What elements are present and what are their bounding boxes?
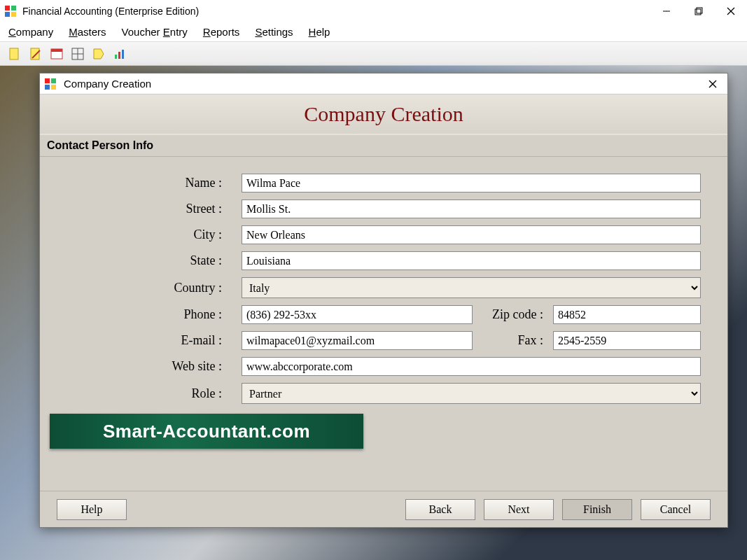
minimize-button[interactable] bbox=[650, 0, 683, 22]
phone-input[interactable] bbox=[242, 305, 473, 324]
svg-rect-18 bbox=[115, 55, 117, 59]
finish-button[interactable]: Finish bbox=[562, 499, 632, 520]
window-title: Financial Accounting (Enterprise Edition… bbox=[22, 6, 199, 17]
tag-icon[interactable] bbox=[91, 46, 106, 62]
cancel-button[interactable]: Cancel bbox=[641, 499, 711, 520]
app-window: Financial Accounting (Enterprise Edition… bbox=[0, 0, 747, 560]
dialog-title: Company Creation bbox=[64, 78, 151, 90]
name-label: Name : bbox=[67, 176, 242, 190]
city-label: City : bbox=[67, 227, 242, 242]
fax-label: Fax : bbox=[473, 333, 553, 348]
state-input[interactable] bbox=[242, 251, 701, 270]
menu-company[interactable]: Company bbox=[8, 26, 53, 38]
city-input[interactable] bbox=[242, 225, 701, 244]
menu-settings[interactable]: Settings bbox=[255, 26, 293, 38]
website-input[interactable] bbox=[242, 357, 701, 376]
svg-rect-23 bbox=[45, 85, 50, 90]
company-creation-dialog: Company Creation Company Creation Contac… bbox=[39, 73, 728, 528]
svg-rect-5 bbox=[695, 9, 701, 15]
state-label: State : bbox=[67, 253, 242, 268]
dialog-title-bar: Company Creation bbox=[40, 74, 727, 94]
maximize-button[interactable] bbox=[683, 0, 715, 22]
svg-rect-6 bbox=[697, 8, 702, 13]
edit-file-icon[interactable] bbox=[28, 46, 43, 62]
window-buttons bbox=[650, 0, 747, 22]
new-file-icon[interactable] bbox=[7, 46, 22, 62]
svg-rect-20 bbox=[122, 50, 124, 59]
country-label: Country : bbox=[67, 281, 242, 295]
svg-rect-21 bbox=[45, 78, 50, 83]
dialog-icon bbox=[44, 78, 57, 90]
menu-bar: Company Masters Voucher Entry Reports Se… bbox=[0, 22, 747, 42]
menu-voucher-entry[interactable]: Voucher Entry bbox=[122, 26, 188, 38]
svg-rect-2 bbox=[5, 12, 10, 17]
phone-label: Phone : bbox=[67, 307, 242, 322]
svg-rect-3 bbox=[11, 12, 16, 17]
svg-rect-22 bbox=[51, 78, 56, 83]
svg-marker-17 bbox=[94, 49, 104, 59]
svg-rect-9 bbox=[10, 48, 18, 59]
toolbar bbox=[0, 42, 747, 66]
website-label: Web site : bbox=[67, 359, 242, 374]
email-input[interactable] bbox=[242, 331, 473, 350]
country-select[interactable]: Italy bbox=[242, 277, 701, 298]
button-bar: Help Back Next Finish Cancel bbox=[40, 491, 727, 527]
app-icon bbox=[4, 5, 17, 18]
menu-masters[interactable]: Masters bbox=[69, 26, 106, 38]
name-input[interactable] bbox=[242, 174, 701, 192]
dialog-close-button[interactable] bbox=[698, 74, 727, 94]
zip-input[interactable] bbox=[553, 305, 701, 324]
grid-icon[interactable] bbox=[70, 46, 85, 62]
next-button[interactable]: Next bbox=[484, 499, 554, 520]
svg-rect-19 bbox=[118, 52, 120, 59]
svg-rect-1 bbox=[11, 6, 16, 10]
role-label: Role : bbox=[67, 386, 242, 401]
street-label: Street : bbox=[67, 202, 242, 216]
svg-rect-24 bbox=[51, 85, 56, 90]
help-button[interactable]: Help bbox=[57, 499, 127, 520]
menu-reports[interactable]: Reports bbox=[203, 26, 240, 38]
calendar-icon[interactable] bbox=[49, 46, 64, 62]
svg-rect-13 bbox=[51, 49, 62, 52]
close-button[interactable] bbox=[715, 0, 747, 22]
watermark-banner: Smart-Accountant.com bbox=[50, 414, 363, 449]
fax-input[interactable] bbox=[553, 331, 701, 350]
street-input[interactable] bbox=[242, 200, 701, 218]
workspace-background: Company Creation Company Creation Contac… bbox=[0, 66, 747, 560]
dialog-header: Company Creation bbox=[40, 94, 727, 134]
back-button[interactable]: Back bbox=[405, 499, 475, 520]
form-area: Name : Street : City : State : Country : bbox=[40, 157, 727, 491]
title-bar: Financial Accounting (Enterprise Edition… bbox=[0, 0, 747, 22]
chart-icon[interactable] bbox=[112, 46, 127, 62]
menu-help[interactable]: Help bbox=[309, 26, 330, 38]
svg-rect-0 bbox=[5, 6, 10, 10]
role-select[interactable]: Partner bbox=[242, 383, 701, 404]
section-heading: Contact Person Info bbox=[40, 134, 727, 157]
zip-label: Zip code : bbox=[473, 307, 553, 322]
email-label: E-mail : bbox=[67, 333, 242, 348]
